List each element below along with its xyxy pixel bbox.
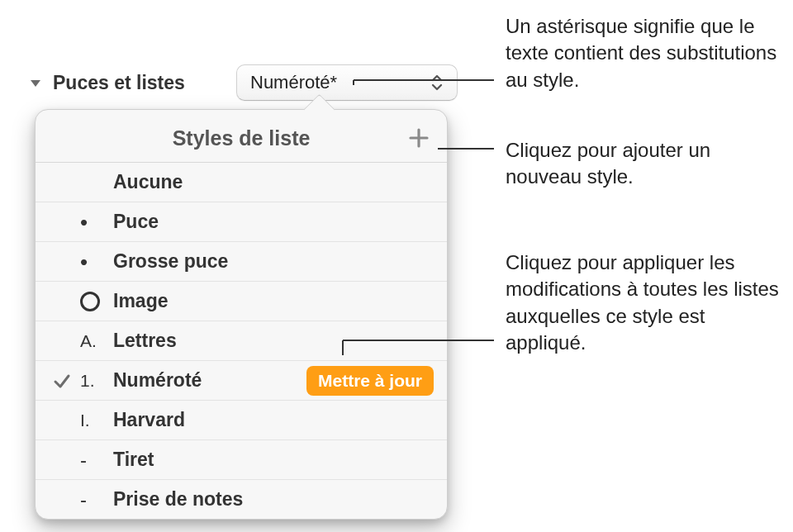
chevron-up-down-icon: [425, 74, 449, 92]
list-item-label: Lettres: [113, 330, 434, 352]
add-style-button[interactable]: [406, 125, 432, 151]
list-item[interactable]: A.Lettres: [36, 321, 447, 361]
list-item-label: Image: [113, 290, 434, 312]
list-styles-popover: Styles de liste Aucune•Puce•Grosse puceI…: [35, 109, 448, 520]
list-item-label: Numéroté: [113, 369, 306, 392]
list-item[interactable]: 1.NumérotéMettre à jour: [36, 361, 447, 401]
list-item[interactable]: •Puce: [36, 202, 447, 242]
format-panel: Puces et listes Numéroté*: [23, 59, 461, 109]
list-item[interactable]: -Prise de notes: [36, 480, 447, 519]
popover-title-text: Styles de liste: [173, 126, 311, 150]
checkmark-icon: [44, 372, 80, 390]
bullets-lists-header: Puces et listes Numéroté*: [23, 59, 461, 109]
list-item[interactable]: -Tiret: [36, 440, 447, 480]
update-style-button[interactable]: Mettre à jour: [306, 366, 434, 396]
list-item-label: Prise de notes: [113, 488, 434, 511]
list-style-icon: -: [80, 488, 113, 511]
list-item[interactable]: •Grosse puce: [36, 242, 447, 282]
section-label: Puces et listes: [53, 72, 185, 94]
list-item-label: Tiret: [113, 449, 434, 471]
callout-asterisk: Un astérisque signifie que le texte cont…: [506, 13, 786, 93]
list-style-icon: 1.: [80, 371, 113, 391]
list-item[interactable]: Image: [36, 282, 447, 321]
list-style-icon: [80, 292, 113, 311]
list-item-label: Grosse puce: [113, 250, 434, 273]
list-item[interactable]: Aucune: [36, 163, 447, 202]
callout-update: Cliquez pour appliquer les modifications…: [506, 249, 786, 357]
style-list: Aucune•Puce•Grosse puceImageA.Lettres1.N…: [36, 162, 447, 519]
disclosure-triangle-icon[interactable]: [26, 74, 45, 92]
list-item-label: Aucune: [113, 171, 434, 193]
dropdown-value: Numéroté*: [250, 72, 337, 93]
list-item-label: Puce: [113, 211, 434, 233]
list-style-icon: A.: [80, 331, 113, 351]
list-item-label: Harvard: [113, 409, 434, 431]
list-style-icon: I.: [80, 411, 113, 430]
list-style-dropdown[interactable]: Numéroté*: [236, 64, 458, 101]
list-style-icon: -: [80, 449, 113, 472]
popover-title: Styles de liste: [36, 110, 447, 162]
list-item[interactable]: I.Harvard: [36, 401, 447, 440]
callout-add-style: Cliquez pour ajouter un nouveau style.: [506, 137, 786, 191]
